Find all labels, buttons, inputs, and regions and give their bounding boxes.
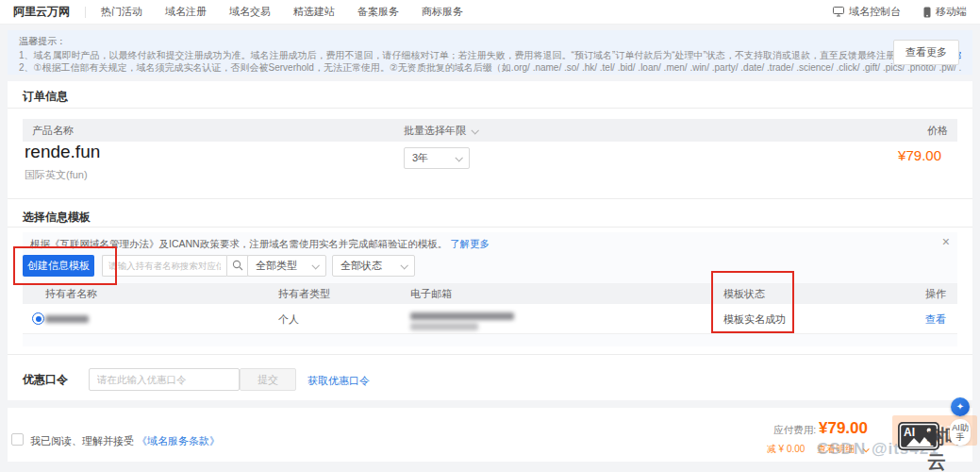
payable-amount: ¥79.00: [819, 419, 868, 437]
year-select-header[interactable]: 批量选择年限: [404, 124, 477, 138]
domain-type-label: 国际英文(fun): [25, 168, 88, 182]
svg-text:AI: AI: [904, 426, 915, 439]
price-header: 价格: [927, 124, 948, 138]
monitor-icon: [833, 7, 844, 17]
template-table-row[interactable]: 个人 模板实名成功 查看: [23, 304, 957, 334]
topnav-right: 域名控制台 移动端: [833, 5, 967, 19]
product-name-header: 产品名称: [32, 124, 74, 138]
discount-value: 减 ¥ 0.00: [767, 444, 806, 454]
nav-item-icp-service[interactable]: 备案服务: [357, 5, 399, 19]
notice-banner: 温馨提示： 1、域名属即时产品，以最终付款和提交注册成功为准。域名注册成功后，费…: [8, 30, 972, 75]
nav-item-domain-register[interactable]: 域名注册: [165, 5, 207, 19]
terms-agreement-text: 我已阅读、理解并接受 《域名服务条款》: [30, 434, 220, 448]
nav-item-domain-trade[interactable]: 域名交易: [229, 5, 271, 19]
template-panel: 根据《互联网域名管理办法》及ICANN政策要求，注册域名需使用实名并完成邮箱验证…: [23, 232, 957, 346]
search-button[interactable]: [226, 255, 249, 277]
template-radio-selected[interactable]: [32, 312, 44, 325]
view-template-link[interactable]: 查看: [925, 312, 946, 327]
divider: [8, 108, 972, 109]
order-info-title: 订单信息: [23, 89, 68, 105]
mobile-icon: [923, 7, 931, 18]
top-navbar: 阿里云万网 热门活动 域名注册 域名交易 精选建站 备案服务 商标服务 域名控制…: [0, 0, 980, 25]
nav-item-hot-activities[interactable]: 热门活动: [101, 5, 142, 19]
price-value: ¥79.00: [898, 147, 941, 163]
template-table-header: 持有者名称 持有者类型 电子邮箱 模板状态 操作: [23, 283, 957, 304]
holder-type-header: 持有者类型: [278, 287, 330, 301]
type-filter-select[interactable]: 全部类型: [247, 255, 326, 277]
status-filter-select[interactable]: 全部状态: [332, 255, 415, 277]
email-header: 电子邮箱: [410, 287, 452, 301]
nav-item-trademark-service[interactable]: 商标服务: [422, 5, 463, 19]
action-header: 操作: [925, 287, 946, 301]
order-table-header: 产品名称 批量选择年限 价格: [23, 119, 957, 142]
domain-console-link[interactable]: 域名控制台: [833, 5, 901, 19]
year-select[interactable]: 3年: [404, 147, 470, 169]
coupon-submit-button[interactable]: 提交: [240, 368, 296, 391]
nav-divider: [85, 7, 86, 18]
holder-search-input[interactable]: [102, 255, 226, 277]
chevron-down-icon: [455, 154, 462, 161]
divider: [8, 227, 972, 228]
view-more-button[interactable]: 查看更多: [893, 40, 959, 65]
template-status-value: 模板实名成功: [723, 312, 786, 327]
holder-type-value: 个人: [278, 312, 299, 327]
ai-assistant-button[interactable]: AI助手: [950, 419, 971, 446]
mobile-link[interactable]: 移动端: [923, 5, 967, 19]
brand-logo: 阿里云万网: [13, 4, 70, 20]
chevron-down-icon: [311, 261, 319, 269]
nav-item-site-builder[interactable]: 精选建站: [293, 5, 335, 19]
search-icon: [232, 258, 243, 275]
terms-link[interactable]: 《域名服务条款》: [137, 435, 220, 447]
chevron-down-icon: [471, 126, 478, 134]
email-redacted: [410, 312, 514, 320]
notice-line-2: 2、①根据工信部有关规定，域名须完成实名认证，否则会被Serverhold，无法…: [19, 61, 961, 75]
holder-name-header: 持有者名称: [45, 287, 97, 301]
learn-more-link-2[interactable]: 了解更多: [450, 238, 490, 249]
nav-menu: 热门活动 域名注册 域名交易 精选建站 备案服务 商标服务: [101, 5, 463, 19]
coupon-label: 优惠口令: [23, 372, 68, 388]
notice-line-1: 1、域名属即时产品，以最终付款和提交注册成功为准。域名注册成功后，费用不退回，请…: [19, 49, 961, 62]
template-notice: 根据《互联网域名管理办法》及ICANN政策要求，注册域名需使用实名并完成邮箱验证…: [30, 238, 490, 251]
ai-sparkle-icon[interactable]: ✦: [951, 397, 970, 416]
terms-checkbox[interactable]: [11, 433, 24, 446]
divider: [8, 198, 972, 199]
payable-label: 应付费用:: [773, 424, 819, 435]
holder-name-redacted: [45, 315, 89, 323]
ai-assistant-widget: ✦ AI助手: [947, 397, 973, 446]
notice-title: 温馨提示：: [19, 35, 961, 48]
domain-name: rende.fun: [25, 142, 100, 162]
coupon-input[interactable]: [89, 368, 240, 391]
email-redacted-line2: [410, 323, 478, 330]
create-template-button[interactable]: 创建信息模板: [23, 255, 94, 277]
payable-line: 应付费用: ¥79.00: [773, 419, 868, 438]
template-status-header: 模板状态: [723, 287, 765, 301]
template-section-title: 选择信息模板: [23, 210, 91, 226]
order-card: 订单信息 产品名称 批量选择年限 价格 rende.fun 国际英文(fun) …: [8, 81, 972, 400]
divider: [8, 354, 972, 355]
chevron-down-icon: [400, 261, 407, 269]
close-icon[interactable]: ×: [942, 234, 950, 249]
domain-order-page: 阿里云万网 热门活动 域名注册 域名交易 精选建站 备案服务 商标服务 域名控制…: [0, 0, 980, 472]
get-coupon-link[interactable]: 获取优惠口令: [307, 374, 370, 388]
